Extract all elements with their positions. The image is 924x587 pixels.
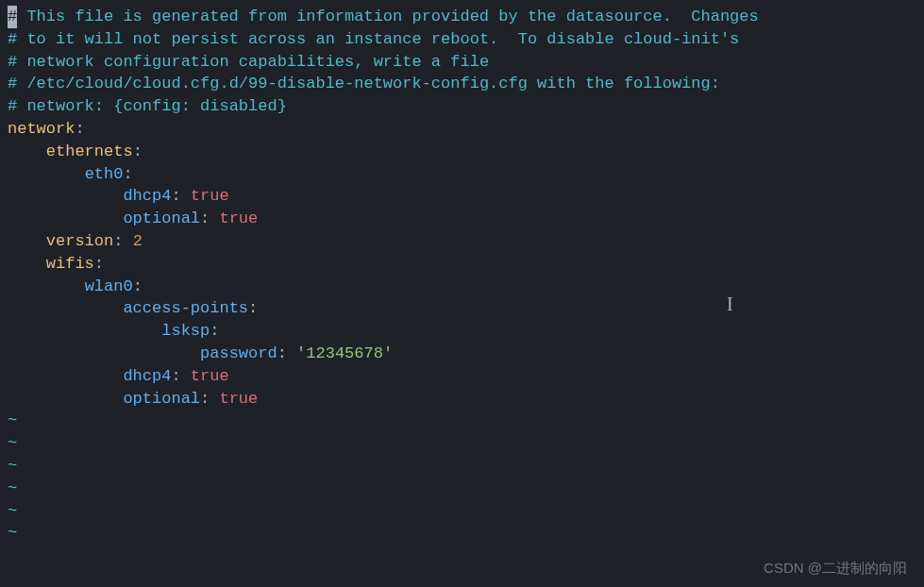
comment-line: # This file is generated from informatio… (8, 6, 916, 28)
yaml-line: dhcp4: true (8, 365, 916, 388)
yaml-line: wifis: (8, 253, 916, 276)
yaml-line: optional: true (8, 388, 916, 411)
yaml-line: dhcp4: true (8, 185, 916, 208)
watermark-text: CSDN @二进制的向阳 (764, 558, 907, 578)
cursor-block: # (8, 6, 17, 28)
yaml-line: wlan0: (8, 276, 916, 298)
empty-line-tilde: ~ (8, 410, 916, 432)
yaml-line: network: (8, 118, 916, 141)
comment-line: # network configuration capabilities, wr… (8, 51, 916, 74)
editor-content[interactable]: # This file is generated from informatio… (8, 6, 916, 545)
empty-line-tilde: ~ (8, 522, 916, 545)
yaml-line: lsksp: (8, 320, 916, 343)
empty-line-tilde: ~ (8, 478, 916, 500)
comment-line: # to it will not persist across an insta… (8, 28, 916, 51)
yaml-line: optional: true (8, 208, 916, 230)
empty-line-tilde: ~ (8, 432, 916, 455)
yaml-line: ethernets: (8, 141, 916, 163)
comment-line: # network: {config: disabled} (8, 95, 916, 118)
yaml-line: password: '12345678' (8, 343, 916, 365)
comment-line: # /etc/cloud/cloud.cfg.d/99-disable-netw… (8, 73, 916, 95)
yaml-line: eth0: (8, 163, 916, 186)
empty-line-tilde: ~ (8, 500, 916, 523)
text-cursor-icon: I (727, 291, 733, 317)
yaml-line: version: 2 (8, 230, 916, 253)
empty-line-tilde: ~ (8, 455, 916, 478)
yaml-line: access-points: (8, 297, 916, 320)
